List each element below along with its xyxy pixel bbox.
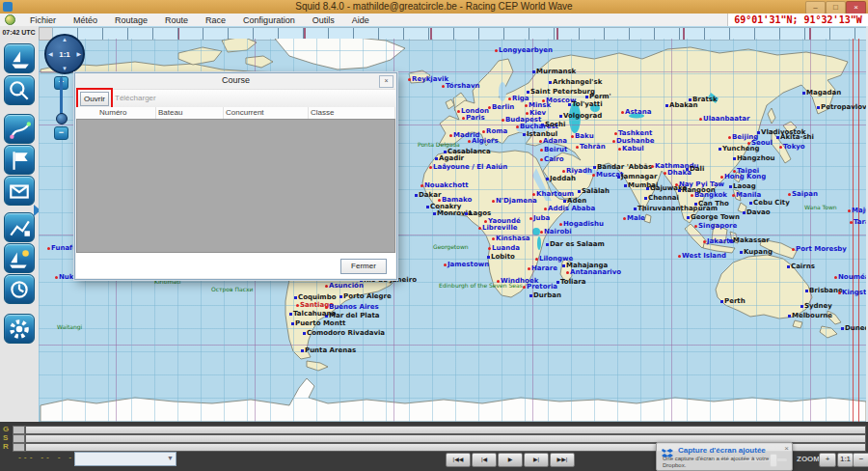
antimeridian-line-2 <box>858 39 859 422</box>
menu-aide[interactable]: Aide <box>343 15 378 25</box>
antimeridian-line <box>853 39 854 422</box>
sidebar-timer-button[interactable] <box>4 274 35 304</box>
track-cell-R[interactable] <box>13 443 25 452</box>
sidebar-settings-button[interactable] <box>4 314 35 344</box>
download-button[interactable]: Télécharger <box>115 94 156 102</box>
notification-body: Une capture d'écran a été ajoutée à votr… <box>663 456 786 469</box>
map-pan-control[interactable]: 1:1 ▲ ▼ ◀ ▶ <box>44 34 85 74</box>
column-header-0[interactable]: Numéro <box>76 107 156 119</box>
title-bar: Squid 8.4.0 - mathilde@greatcircle.be - … <box>0 0 868 14</box>
boat-icon <box>8 47 31 70</box>
pan-down-icon[interactable]: ▼ <box>62 66 68 71</box>
go-start-button[interactable]: |◀◀ <box>446 453 471 467</box>
zoom-reset-button[interactable]: 1:1 <box>837 453 854 467</box>
app-icon <box>3 2 13 12</box>
flag-icon <box>8 149 31 172</box>
routing-icon <box>8 118 31 141</box>
column-header-2[interactable]: Concurrent <box>224 107 309 119</box>
satellite-icon <box>8 79 31 102</box>
menu-configuration[interactable]: Configuration <box>234 15 304 25</box>
menu-météo[interactable]: Météo <box>65 15 106 25</box>
menu-fichier[interactable]: Fichier <box>21 15 65 25</box>
close-button[interactable]: × <box>846 1 866 14</box>
zoom-in-button[interactable]: + <box>819 453 836 467</box>
track-label-S: S <box>3 433 13 442</box>
track-cell-S[interactable] <box>13 434 25 443</box>
dialog-footer: Fermer <box>76 253 395 278</box>
track-label-R: R <box>3 442 13 451</box>
sidebar-mail-button[interactable] <box>4 176 35 206</box>
route-edit-icon <box>8 216 31 239</box>
track-bar-G[interactable] <box>25 426 866 434</box>
column-header-1[interactable]: Bateau <box>156 107 224 119</box>
squid-logo-icon <box>5 14 15 25</box>
sidebar-route-edit-button[interactable] <box>4 212 35 242</box>
settings-icon <box>8 318 31 341</box>
window-title: Squid 8.4.0 - mathilde@greatcircle.be - … <box>295 1 572 12</box>
sail-weather-icon <box>8 247 31 270</box>
dialog-close-icon[interactable]: × <box>379 75 393 88</box>
close-dialog-button[interactable]: Fermer <box>340 259 387 274</box>
pan-up-icon[interactable]: ▲ <box>62 37 68 42</box>
pan-right-icon[interactable]: ▶ <box>76 50 81 57</box>
map-zoom-out-button[interactable]: − <box>54 126 68 140</box>
zoom-label: ZOOM <box>797 455 820 463</box>
step-forward-button[interactable]: ▶| <box>524 453 549 467</box>
track-cell-G[interactable] <box>13 426 25 434</box>
maximize-button[interactable]: □ <box>826 1 846 14</box>
sidebar-boat-button[interactable] <box>4 43 35 73</box>
race-list-area[interactable] <box>76 119 395 253</box>
sidebar-flag-button[interactable] <box>4 145 35 175</box>
course-dialog: Course × Ouvrir Télécharger NuméroBateau… <box>74 72 397 280</box>
play-button[interactable]: ▶ <box>498 453 523 467</box>
timeline-combobox[interactable]: ▼ <box>74 452 176 466</box>
column-header-3[interactable]: Classe <box>309 107 395 119</box>
dropbox-notification[interactable]: Capture d'écran ajoutée Une capture d'éc… <box>656 442 793 471</box>
sidebar-routing-button[interactable] <box>4 114 35 144</box>
menu-routage[interactable]: Routage <box>106 15 156 25</box>
menu-race[interactable]: Race <box>197 15 234 25</box>
zoom-out-button[interactable]: − <box>853 453 868 467</box>
notification-title: Capture d'écran ajoutée <box>678 446 766 455</box>
map-zoom-slider-handle[interactable] <box>56 113 68 125</box>
utc-clock: 07:42 UTC <box>1 28 37 38</box>
menu-outils[interactable]: Outils <box>304 15 343 25</box>
sidebar-sail-weather-button[interactable] <box>4 243 35 273</box>
pan-left-icon[interactable]: ◀ <box>48 50 53 57</box>
sidebar-satellite-button[interactable] <box>4 75 35 105</box>
sidebar: 07:42 UTC <box>0 26 40 422</box>
track-label-G: G <box>3 425 13 433</box>
world-map[interactable]: LongyearbyenReykjavikTórshavnMurmanskArk… <box>39 26 868 422</box>
go-end-button[interactable]: ▶▶| <box>550 453 575 467</box>
step-back-button[interactable]: |◀ <box>472 453 497 467</box>
mail-icon <box>8 180 31 203</box>
menu-route[interactable]: Route <box>156 15 197 25</box>
cursor-coordinates: 69°01'31"N; 91°32'13"W <box>727 14 868 27</box>
minimize-button[interactable]: – <box>805 1 826 14</box>
chevron-down-icon: ▼ <box>167 455 174 461</box>
notification-close-icon[interactable]: × <box>784 444 789 453</box>
dialog-title: Course <box>75 73 396 89</box>
map-zoom-slider-track[interactable] <box>60 77 63 118</box>
timer-icon <box>8 278 31 301</box>
dialog-toolbar: Ouvrir Télécharger <box>76 89 395 108</box>
